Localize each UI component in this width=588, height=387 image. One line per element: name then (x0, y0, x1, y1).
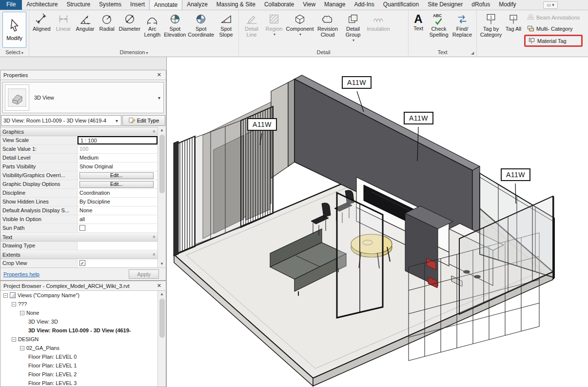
beam-annotations-button[interactable]: Beam Annotations (524, 12, 583, 22)
view-instance-combo[interactable]: 3D View: Room L10-009 - 3D View (4619-4 … (1, 115, 121, 126)
material-tag-button[interactable]: Material Tag (524, 35, 583, 47)
revision-cloud-button[interactable]: Revision Cloud (314, 11, 341, 38)
section-collapse-icon[interactable]: » (152, 236, 157, 239)
tab-quantification[interactable]: Quantification (379, 0, 423, 10)
wall-tag-4[interactable]: A11W (501, 168, 530, 181)
type-selector[interactable]: 3D View ▾ (2, 82, 164, 113)
tree-item[interactable]: 3D View: Room L10-009 - 3D View (4619- (0, 326, 157, 335)
spot-slope-button[interactable]: Spot Slope (215, 11, 237, 38)
wall-tag-3[interactable]: A11W (404, 112, 433, 124)
tree-expander-icon[interactable]: − (20, 346, 24, 350)
edit-button[interactable]: Edit... (79, 181, 154, 188)
tree-item[interactable]: −DESIGN (0, 335, 157, 344)
component-button[interactable]: Component▾ (285, 11, 314, 38)
tab-architecture[interactable]: Architecture (22, 0, 62, 10)
prop-value[interactable] (78, 242, 157, 250)
insulation-button[interactable]: Insulation (365, 11, 392, 32)
linear-button[interactable]: Linear (53, 11, 75, 32)
tree-item[interactable]: −None (0, 308, 157, 317)
scrollbar-thumb[interactable] (159, 135, 165, 193)
prop-value[interactable]: Edit... (78, 171, 157, 180)
prop-value[interactable]: Show Original (78, 163, 157, 171)
tab-insert[interactable]: Insert (126, 0, 149, 10)
ribbon-display-toggle[interactable]: ▭ ▾ (543, 1, 558, 9)
properties-help-link[interactable]: Properties help (3, 271, 129, 277)
properties-close-icon[interactable]: ✕ (156, 72, 163, 78)
project-browser-title-bar[interactable]: Project Browser - Complex_Model_ARCH_Wik… (0, 281, 166, 291)
edit-type-button[interactable]: Edit Type (122, 115, 165, 126)
tab-systems[interactable]: Systems (95, 0, 126, 10)
section-header-extents[interactable]: Extents» (0, 250, 157, 259)
tab-modify[interactable]: Modify (494, 0, 520, 10)
edit-button[interactable]: Edit... (79, 172, 154, 179)
tree-item[interactable]: Floor Plan: LEVEL 1 (0, 361, 157, 370)
prop-value[interactable]: 100 (78, 145, 157, 153)
tab-annotate[interactable]: Annotate (149, 0, 182, 10)
tag-all-button[interactable]: 1 Tag All (504, 11, 523, 32)
drawing-area[interactable]: A11W A11W A11W A11W (166, 57, 588, 387)
tree-item[interactable]: Floor Plan: LEVEL 3 (0, 379, 157, 387)
tree-expander-icon[interactable]: − (3, 293, 8, 298)
tree-item[interactable]: −02_GA_Plans (0, 344, 157, 352)
modify-button[interactable]: Modify (2, 12, 26, 48)
radial-button[interactable]: Radial (96, 11, 118, 32)
tree-expander-icon[interactable]: − (12, 337, 16, 342)
tab-site-designer[interactable]: Site Designer (423, 0, 467, 10)
find-replace-button[interactable]: Find/ Replace (451, 11, 473, 38)
apply-button[interactable]: Apply (129, 269, 159, 279)
project-browser-close-icon[interactable]: ✕ (156, 283, 163, 289)
aligned-button[interactable]: Aligned (31, 11, 53, 32)
tab-drofus[interactable]: dRofus (467, 0, 494, 10)
tab-analyze[interactable]: Analyze (182, 0, 212, 10)
tree-expander-icon[interactable]: − (20, 311, 24, 315)
arc-length-button[interactable]: Arc Length (141, 11, 163, 38)
tree-item[interactable]: 3D View: 3D (0, 317, 157, 326)
file-menu-button[interactable]: File (0, 0, 22, 10)
angular-button[interactable]: Angular (74, 11, 96, 32)
prop-value[interactable]: By Discipline (78, 198, 157, 206)
prop-value[interactable]: Coordination (78, 189, 157, 197)
section-collapse-icon[interactable]: » (152, 130, 157, 133)
prop-value[interactable]: ✓ (78, 259, 157, 267)
tree-item[interactable]: Floor Plan: LEVEL 2 (0, 370, 157, 379)
prop-value[interactable]: Medium (78, 154, 157, 162)
prop-value[interactable]: Edit... (78, 180, 157, 188)
scroll-down-icon[interactable]: ▼ (158, 261, 166, 267)
spot-coordinate-button[interactable]: Spot Coordinate (187, 11, 215, 38)
checkbox[interactable]: ✓ (79, 260, 85, 266)
prop-value[interactable]: None (78, 206, 157, 215)
wall-tag-2[interactable]: A11W (247, 118, 277, 131)
wall-tag-1[interactable]: A11W (342, 76, 372, 89)
text-button[interactable]: A Text (410, 11, 427, 32)
panel-label-select[interactable]: Select▾ (0, 49, 29, 57)
section-header-graphics[interactable]: Graphics» (0, 127, 157, 136)
tab-view[interactable]: View (298, 0, 320, 10)
check-spelling-button[interactable]: ABC Check Spelling (427, 11, 451, 38)
tree-item[interactable]: −Views ("Company Name") (0, 291, 157, 300)
combo-chevron-down-icon[interactable]: ▾ (113, 118, 121, 123)
detail-group-button[interactable]: Detail Group▾ (341, 11, 365, 44)
project-browser-scrollbar[interactable]: ▲ (157, 291, 166, 387)
diameter-button[interactable]: Diameter (118, 11, 142, 32)
prop-value[interactable]: 1 : 100 (78, 136, 157, 144)
tree-item[interactable]: Floor Plan: LEVEL 0 (0, 352, 157, 361)
properties-scrollbar[interactable]: ▲ ▼ (157, 127, 166, 267)
properties-title-bar[interactable]: Properties ✕ (0, 70, 166, 80)
tag-by-category-button[interactable]: 1 Tag by Category (478, 11, 504, 38)
scroll-up-icon[interactable]: ▲ (158, 127, 166, 134)
panel-label-detail[interactable]: Detail (239, 49, 408, 57)
tab-add-ins[interactable]: Add-Ins (350, 0, 378, 10)
spot-elevation-button[interactable]: Spot Elevation (163, 11, 187, 38)
tree-scrollbar-thumb[interactable] (159, 299, 165, 338)
tree-scroll-up-icon[interactable]: ▲ (158, 291, 166, 298)
tree-item[interactable]: −??? (0, 300, 157, 308)
tab-structure[interactable]: Structure (62, 0, 95, 10)
region-button[interactable]: Region▾ (263, 11, 285, 38)
dialog-launcher-icon[interactable]: ◢ (470, 51, 475, 56)
panel-label-dimension[interactable]: Dimension▾ (29, 49, 238, 57)
prop-value[interactable]: all (78, 215, 157, 224)
tab-manage[interactable]: Manage (320, 0, 350, 10)
tab-collaborate[interactable]: Collaborate (260, 0, 298, 10)
type-selector-chevron-down-icon[interactable]: ▾ (155, 95, 163, 101)
section-collapse-icon[interactable]: » (152, 253, 157, 256)
